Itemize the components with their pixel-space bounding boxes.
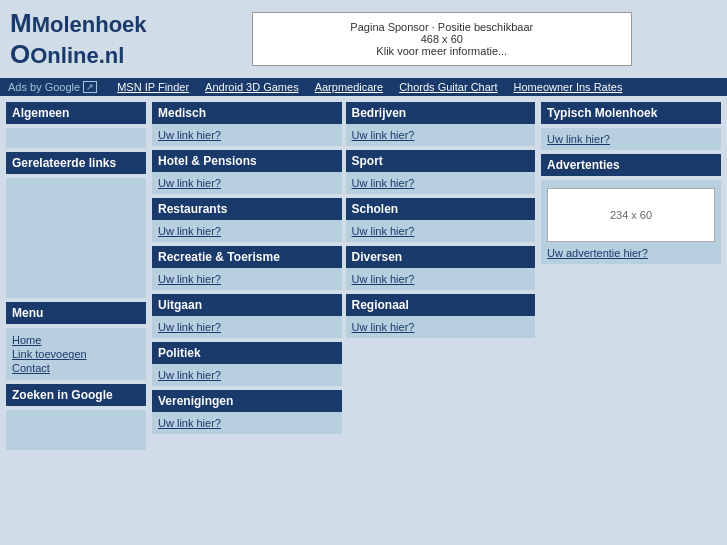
sponsor-box[interactable]: Pagina Sponsor · Positie beschikbaar 468…	[252, 12, 632, 66]
cat-hotel-header: Hotel & Pensions	[152, 150, 342, 172]
cat-verenigingen: Verenigingen Uw link hier?	[152, 390, 342, 434]
cat-hotel-link[interactable]: Uw link hier?	[158, 177, 221, 189]
sidebar-algemeen-header: Algemeen	[6, 102, 146, 124]
sidebar-menu-header: Menu	[6, 302, 146, 324]
logo-m: M	[10, 8, 32, 38]
sidebar-gerelateerde-body	[6, 178, 146, 298]
cat-recreatie-link[interactable]: Uw link hier?	[158, 273, 221, 285]
cat-regionaal-header: Regionaal	[346, 294, 536, 316]
cat-uitgaan-link[interactable]: Uw link hier?	[158, 321, 221, 333]
logo-line1: Molenhoek	[32, 12, 147, 37]
cat-restaurants-link[interactable]: Uw link hier?	[158, 225, 221, 237]
advertenties-header: Advertenties	[541, 154, 721, 176]
cat-politiek-link[interactable]: Uw link hier?	[158, 369, 221, 381]
cat-diversen-body: Uw link hier?	[346, 268, 536, 290]
logo: MMolenhoek OOnline.nl	[10, 8, 147, 70]
sidebar-search-body	[6, 410, 146, 450]
cat-scholen-header: Scholen	[346, 198, 536, 220]
cat-regionaal: Regionaal Uw link hier?	[346, 294, 536, 338]
cat-sport: Sport Uw link hier?	[346, 150, 536, 194]
cat-verenigingen-header: Verenigingen	[152, 390, 342, 412]
ad-box: 234 x 60	[547, 188, 715, 242]
sponsor-line1: Pagina Sponsor · Positie beschikbaar	[273, 21, 611, 33]
cat-uitgaan-header: Uitgaan	[152, 294, 342, 316]
cat-regionaal-body: Uw link hier?	[346, 316, 536, 338]
right-sidebar: Typisch Molenhoek Uw link hier? Adverten…	[541, 102, 721, 450]
ad-link[interactable]: Uw advertentie hier?	[547, 247, 648, 259]
main-content: Algemeen Gerelateerde links Menu Home Li…	[0, 96, 727, 456]
sidebar-gerelateerde-header: Gerelateerde links	[6, 152, 146, 174]
menu-add-link[interactable]: Link toevoegen	[12, 348, 140, 360]
cat-diversen: Diversen Uw link hier?	[346, 246, 536, 290]
sidebar-algemeen-body	[6, 128, 146, 148]
cat-scholen: Scholen Uw link hier?	[346, 198, 536, 242]
sponsor-line2: 468 x 60	[273, 33, 611, 45]
cat-regionaal-link[interactable]: Uw link hier?	[352, 321, 415, 333]
cat-scholen-body: Uw link hier?	[346, 220, 536, 242]
cat-medisch-header: Medisch	[152, 102, 342, 124]
cat-recreatie: Recreatie & Toerisme Uw link hier?	[152, 246, 342, 290]
sidebar: Algemeen Gerelateerde links Menu Home Li…	[6, 102, 146, 450]
ads-label: Ads by Google	[8, 81, 80, 93]
advertenties-body: 234 x 60 Uw advertentie hier?	[541, 180, 721, 264]
cat-uitgaan-body: Uw link hier?	[152, 316, 342, 338]
cat-diversen-link[interactable]: Uw link hier?	[352, 273, 415, 285]
cat-medisch-link[interactable]: Uw link hier?	[158, 129, 221, 141]
menu-contact[interactable]: Contact	[12, 362, 140, 374]
ads-by-google: Ads by Google ↗	[8, 81, 97, 93]
cat-bedrijven-header: Bedrijven	[346, 102, 536, 124]
cat-uitgaan: Uitgaan Uw link hier?	[152, 294, 342, 338]
cat-restaurants-body: Uw link hier?	[152, 220, 342, 242]
header: MMolenhoek OOnline.nl Pagina Sponsor · P…	[0, 0, 727, 78]
ad-size: 234 x 60	[610, 209, 652, 221]
politiek-placeholder	[346, 342, 536, 386]
cat-verenigingen-link[interactable]: Uw link hier?	[158, 417, 221, 429]
external-icon: ↗	[83, 81, 97, 93]
cat-recreatie-body: Uw link hier?	[152, 268, 342, 290]
nav-link-aarp[interactable]: Aarpmedicare	[315, 81, 383, 93]
typisch-link[interactable]: Uw link hier?	[547, 133, 610, 145]
cat-politiek: Politiek Uw link hier?	[152, 342, 342, 386]
cat-restaurants: Restaurants Uw link hier?	[152, 198, 342, 242]
cat-bedrijven-link[interactable]: Uw link hier?	[352, 129, 415, 141]
cat-politiek-body: Uw link hier?	[152, 364, 342, 386]
nav-link-android[interactable]: Android 3D Games	[205, 81, 299, 93]
cat-medisch-body: Uw link hier?	[152, 124, 342, 146]
cat-diversen-header: Diversen	[346, 246, 536, 268]
sidebar-search-header: Zoeken in Google	[6, 384, 146, 406]
sponsor-line3: Klik voor meer informatie...	[273, 45, 611, 57]
cat-hotel-body: Uw link hier?	[152, 172, 342, 194]
cat-scholen-link[interactable]: Uw link hier?	[352, 225, 415, 237]
cat-sport-link[interactable]: Uw link hier?	[352, 177, 415, 189]
cat-politiek-header: Politiek	[152, 342, 342, 364]
logo-o: O	[10, 39, 30, 69]
typisch-header: Typisch Molenhoek	[541, 102, 721, 124]
menu-home[interactable]: Home	[12, 334, 140, 346]
cat-bedrijven-body: Uw link hier?	[346, 124, 536, 146]
nav-link-homeowner[interactable]: Homeowner Ins Rates	[514, 81, 623, 93]
verenigingen-placeholder	[346, 390, 536, 434]
cat-sport-header: Sport	[346, 150, 536, 172]
center-grid: Medisch Uw link hier? Bedrijven Uw link …	[152, 102, 535, 450]
sidebar-menu-body: Home Link toevoegen Contact	[6, 328, 146, 380]
cat-restaurants-header: Restaurants	[152, 198, 342, 220]
logo-line2: Online.nl	[30, 43, 124, 68]
cat-medisch: Medisch Uw link hier?	[152, 102, 342, 146]
nav-link-msn[interactable]: MSN IP Finder	[117, 81, 189, 93]
navbar: Ads by Google ↗ MSN IP Finder Android 3D…	[0, 78, 727, 96]
cat-sport-body: Uw link hier?	[346, 172, 536, 194]
cat-bedrijven: Bedrijven Uw link hier?	[346, 102, 536, 146]
cat-recreatie-header: Recreatie & Toerisme	[152, 246, 342, 268]
typisch-body: Uw link hier?	[541, 128, 721, 150]
nav-link-chords[interactable]: Chords Guitar Chart	[399, 81, 497, 93]
cat-hotel: Hotel & Pensions Uw link hier?	[152, 150, 342, 194]
cat-verenigingen-body: Uw link hier?	[152, 412, 342, 434]
